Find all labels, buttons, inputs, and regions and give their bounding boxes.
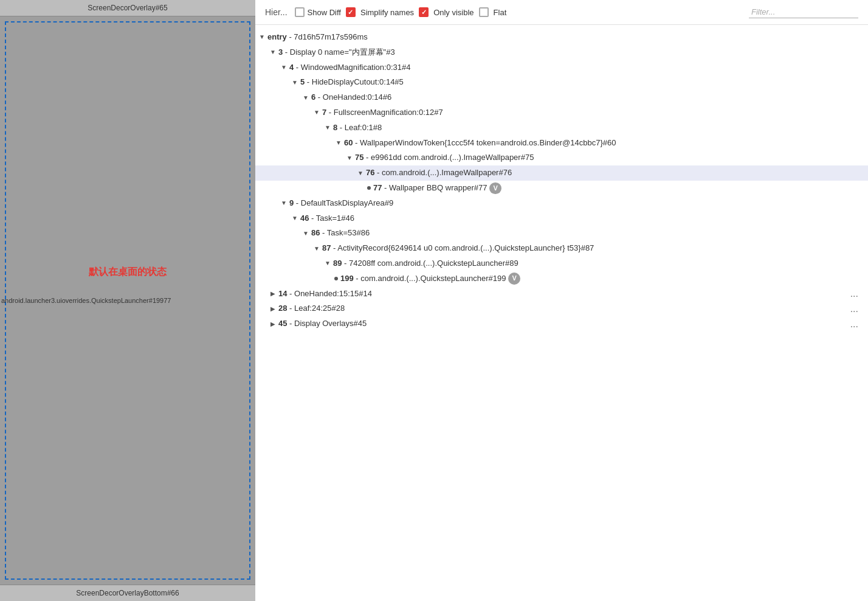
expand-icon-87[interactable] bbox=[312, 245, 321, 253]
launcher-label: android.launcher3.uioverrides.QuickstepL… bbox=[0, 297, 171, 304]
tree-node-28[interactable]: 28 - Leaf:24:25#28... bbox=[255, 301, 868, 316]
node-text-6: 6 - OneHanded:0:14#6 bbox=[311, 91, 391, 104]
tree-node-5[interactable]: 5 - HideDisplayCutout:0:14#5 bbox=[255, 75, 868, 90]
node-text-89: 89 - 74208ff com.android.(...).Quickstep… bbox=[333, 257, 518, 270]
tree-node-45[interactable]: 45 - Display Overlays#45... bbox=[255, 316, 868, 332]
flat-checkbox[interactable] bbox=[479, 7, 489, 17]
bottom-bar-label: ScreenDecorOverlayBottom#66 bbox=[76, 589, 179, 597]
badge-199: V bbox=[508, 273, 520, 285]
expand-icon-86[interactable] bbox=[301, 229, 310, 238]
left-panel: ScreenDecorOverlay#65 android.launcher3.… bbox=[0, 0, 255, 601]
node-text-7: 7 - FullscreenMagnification:0:12#7 bbox=[322, 106, 443, 119]
tree-node-89[interactable]: 89 - 74208ff com.android.(...).Quickstep… bbox=[255, 256, 868, 271]
tree-node-87[interactable]: 87 - ActivityRecord{6249614 u0 com.andro… bbox=[255, 241, 868, 256]
expand-icon-5[interactable] bbox=[291, 78, 299, 87]
badge-77: V bbox=[489, 182, 501, 195]
node-text-4: 4 - WindowedMagnification:0:31#4 bbox=[289, 61, 410, 74]
tree-node-75[interactable]: 75 - e9961dd com.android.(...).ImageWall… bbox=[255, 150, 868, 165]
node-text-75: 75 - e9961dd com.android.(...).ImageWall… bbox=[355, 151, 534, 164]
top-bar: ScreenDecorOverlay#65 bbox=[0, 0, 255, 16]
tree-node-4[interactable]: 4 - WindowedMagnification:0:31#4 bbox=[255, 60, 868, 75]
bottom-bar: ScreenDecorOverlayBottom#66 bbox=[0, 585, 255, 601]
top-bar-label: ScreenDecorOverlay#65 bbox=[88, 4, 167, 12]
tree-node-9[interactable]: 9 - DefaultTaskDisplayArea#9 bbox=[255, 196, 868, 211]
expand-icon-28[interactable] bbox=[269, 305, 277, 313]
tree-node-60[interactable]: 60 - WallpaperWindowToken{1ccc5f4 token=… bbox=[255, 136, 868, 151]
more-btn-14[interactable]: ... bbox=[846, 286, 863, 302]
expand-icon-14[interactable] bbox=[269, 290, 277, 298]
node-text-28: 28 - Leaf:24:25#28 bbox=[278, 302, 345, 315]
annotation-label: 默认在桌面的状态 bbox=[89, 266, 167, 279]
bullet-77 bbox=[367, 186, 371, 190]
tree-node-entry[interactable]: entry - 7d16h57m17s596ms bbox=[255, 30, 868, 45]
node-text-86: 86 - Task=53#86 bbox=[311, 227, 370, 240]
tree-node-7[interactable]: 7 - FullscreenMagnification:0:12#7 bbox=[255, 105, 868, 120]
expand-icon-entry[interactable] bbox=[258, 33, 266, 41]
tree-node-3[interactable]: 3 - Display 0 name="内置屏幕"#3 bbox=[255, 45, 868, 60]
tree-node-86[interactable]: 86 - Task=53#86 bbox=[255, 226, 868, 241]
node-text-14: 14 - OneHanded:15:15#14 bbox=[278, 288, 372, 300]
tree-node-76[interactable]: 76 - com.android.(...).ImageWallpaper#76 bbox=[255, 165, 868, 181]
node-text-5: 5 - HideDisplayCutout:0:14#5 bbox=[300, 76, 404, 89]
node-text-77: 77 - Wallpaper BBQ wrapper#77 bbox=[373, 182, 487, 195]
tree-node-46[interactable]: 46 - Task=1#46 bbox=[255, 211, 868, 226]
node-text-76: 76 - com.android.(...).ImageWallpaper#76 bbox=[366, 167, 512, 179]
bullet-199 bbox=[334, 277, 338, 280]
node-text-87: 87 - ActivityRecord{6249614 u0 com.andro… bbox=[322, 242, 594, 255]
show-diff-checkbox[interactable] bbox=[295, 7, 305, 17]
tree-node-77[interactable]: 77 - Wallpaper BBQ wrapper#77V bbox=[255, 181, 868, 196]
simplify-names-label: Simplify names bbox=[360, 8, 414, 17]
expand-icon-76[interactable] bbox=[356, 169, 365, 178]
node-text-9: 9 - DefaultTaskDisplayArea#9 bbox=[289, 197, 393, 210]
node-text-8: 8 - Leaf:0:1#8 bbox=[333, 122, 382, 134]
node-text-3: 3 - Display 0 name="内置屏幕"#3 bbox=[278, 46, 395, 59]
expand-icon-3[interactable] bbox=[269, 48, 277, 57]
phone-screen: android.launcher3.uioverrides.QuickstepL… bbox=[0, 16, 255, 585]
filter-input[interactable] bbox=[749, 6, 858, 18]
node-text-199: 199 - com.android.(...).QuickstepLaunche… bbox=[340, 273, 506, 285]
tree-node-8[interactable]: 8 - Leaf:0:1#8 bbox=[255, 120, 868, 136]
expand-icon-4[interactable] bbox=[280, 63, 288, 72]
tree-node-199[interactable]: 199 - com.android.(...).QuickstepLaunche… bbox=[255, 271, 868, 287]
only-visible-checkbox[interactable] bbox=[419, 7, 429, 17]
expand-icon-60[interactable] bbox=[334, 139, 343, 147]
more-btn-45[interactable]: ... bbox=[846, 316, 863, 332]
expand-icon-45[interactable] bbox=[269, 320, 277, 328]
show-diff-label: Show Diff bbox=[308, 8, 341, 17]
show-diff-group: Show Diff bbox=[295, 7, 341, 17]
simplify-names-checkbox[interactable] bbox=[346, 7, 356, 17]
expand-icon-7[interactable] bbox=[312, 108, 321, 117]
expand-icon-46[interactable] bbox=[291, 214, 299, 223]
hier-label: Hier... bbox=[265, 7, 288, 17]
node-text-46: 46 - Task=1#46 bbox=[300, 212, 354, 225]
toolbar: Hier... Show Diff Simplify names Only vi… bbox=[255, 0, 868, 25]
node-text-45: 45 - Display Overlays#45 bbox=[278, 318, 367, 330]
node-text-entry: entry - 7d16h57m17s596ms bbox=[267, 31, 368, 44]
more-btn-28[interactable]: ... bbox=[846, 301, 863, 317]
tree-node-6[interactable]: 6 - OneHanded:0:14#6 bbox=[255, 90, 868, 105]
only-visible-label: Only visible bbox=[433, 8, 474, 17]
flat-label: Flat bbox=[494, 8, 507, 17]
node-text-60: 60 - WallpaperWindowToken{1ccc5f4 token=… bbox=[344, 137, 616, 150]
right-panel: Hier... Show Diff Simplify names Only vi… bbox=[255, 0, 868, 601]
expand-icon-8[interactable] bbox=[323, 123, 332, 132]
tree-node-14[interactable]: 14 - OneHanded:15:15#14... bbox=[255, 287, 868, 302]
tree-content: entry - 7d16h57m17s596ms3 - Display 0 na… bbox=[255, 25, 868, 601]
expand-icon-89[interactable] bbox=[323, 259, 332, 268]
expand-icon-9[interactable] bbox=[280, 199, 288, 207]
expand-icon-75[interactable] bbox=[345, 154, 354, 162]
expand-icon-6[interactable] bbox=[301, 94, 310, 102]
